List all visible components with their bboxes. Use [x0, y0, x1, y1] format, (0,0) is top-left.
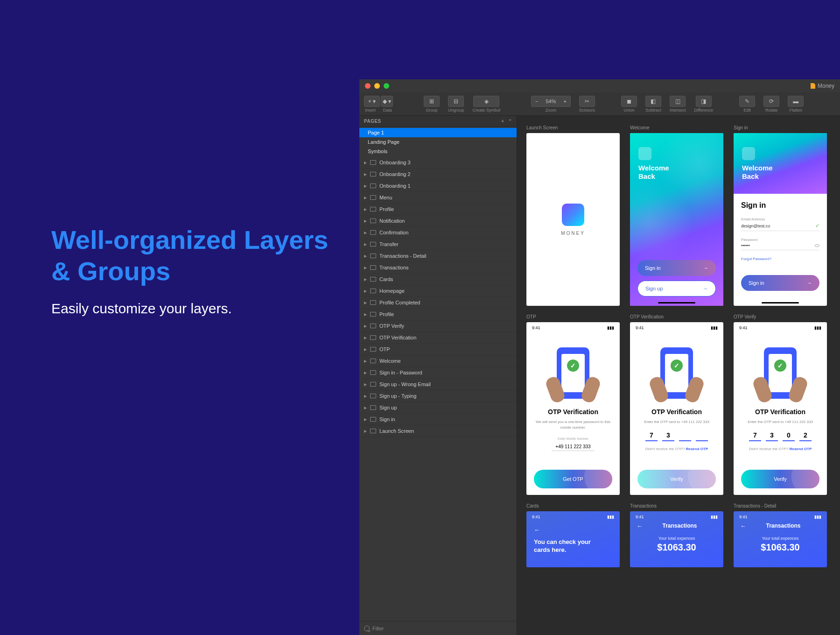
- layer-item[interactable]: ▶Sign up - Typing: [359, 390, 517, 402]
- page-item[interactable]: Page 1: [359, 128, 517, 137]
- ungroup-button[interactable]: ⊟: [448, 96, 464, 107]
- layer-item[interactable]: ▶Menu: [359, 192, 517, 204]
- layer-item[interactable]: ▶Cards: [359, 274, 517, 285]
- page-item[interactable]: Symbols: [359, 147, 517, 156]
- canvas[interactable]: Launch Screen MONEY Welcome: [517, 116, 840, 635]
- artboard-cards[interactable]: Cards 9:41▮▮▮ ← You can check yourcards …: [526, 503, 620, 567]
- artboard-icon: [370, 172, 376, 176]
- minimize-icon[interactable]: [374, 83, 380, 89]
- status-icons: ▮▮▮: [711, 325, 718, 330]
- email-field[interactable]: Email Address design@test.co✓: [741, 217, 819, 231]
- difference-button[interactable]: ◨: [696, 96, 712, 107]
- resend-link[interactable]: Resend OTP: [686, 447, 708, 451]
- artboard-icon: [370, 324, 376, 328]
- intersect-button[interactable]: ◫: [670, 96, 686, 107]
- layer-item[interactable]: ▶Sign up - Wrong Email: [359, 379, 517, 390]
- chevron-right-icon: ▶: [364, 196, 367, 200]
- signin-button[interactable]: Sign in→: [637, 260, 716, 276]
- artboard-icon: [370, 219, 376, 223]
- layer-item[interactable]: ▶Onboarding 2: [359, 169, 517, 180]
- status-icons: ▮▮▮: [711, 515, 718, 519]
- back-icon[interactable]: ←: [526, 522, 620, 534]
- chevron-right-icon: ▶: [364, 172, 367, 176]
- artboard-icon: [370, 347, 376, 352]
- status-icons: ▮▮▮: [814, 515, 821, 519]
- titlebar[interactable]: Money: [359, 79, 840, 92]
- chevron-right-icon: ▶: [364, 231, 367, 235]
- layer-item[interactable]: ▶Transactions: [359, 262, 517, 274]
- artboard-icon: [370, 382, 376, 387]
- rotate-button[interactable]: ⟳: [763, 96, 779, 107]
- artboard-icon: [370, 195, 376, 200]
- artboard-otp-verification[interactable]: OTP Verification 9:41▮▮▮ OTP Verificatio…: [630, 314, 723, 495]
- welcome-header: WelcomeBack: [638, 147, 669, 181]
- otp-title: OTP Verification: [536, 408, 610, 416]
- layer-item[interactable]: ▶OTP Verification: [359, 332, 517, 344]
- layer-item[interactable]: ▶Profile Completed: [359, 297, 517, 309]
- layer-item[interactable]: ▶Notification: [359, 215, 517, 227]
- close-icon[interactable]: [365, 83, 371, 89]
- otp-input[interactable]: 7 3 0 2: [743, 431, 818, 441]
- chevron-right-icon: ▶: [364, 289, 367, 293]
- data-button[interactable]: ◆ ▾: [381, 96, 393, 107]
- artboard-icon: [370, 242, 376, 247]
- artboard-otp-verify[interactable]: OTP Verify 9:41▮▮▮ OTP Verification Ente…: [734, 314, 827, 495]
- layer-item[interactable]: ▶OTP Verify: [359, 320, 517, 332]
- promo-sub: Easily customize your layers.: [51, 301, 350, 317]
- flatten-button[interactable]: ▬: [788, 96, 804, 107]
- chevron-right-icon: ▶: [364, 382, 367, 387]
- layer-item[interactable]: ▶Confirmation: [359, 227, 517, 239]
- layer-item[interactable]: ▶Profile: [359, 309, 517, 320]
- password-field[interactable]: Password ••••••: [741, 238, 819, 250]
- eye-icon[interactable]: [815, 244, 819, 247]
- signin-submit-button[interactable]: Sign in→: [741, 275, 819, 291]
- back-icon[interactable]: ←: [637, 522, 643, 529]
- signup-button[interactable]: Sign up→: [637, 281, 716, 296]
- collapse-icon[interactable]: ⌃: [508, 119, 512, 124]
- layer-item[interactable]: ▶Launch Screen: [359, 425, 517, 437]
- artboard-welcome[interactable]: Welcome WelcomeBack Sign in→ Sign up→: [630, 125, 723, 306]
- chevron-right-icon: ▶: [364, 277, 367, 282]
- layer-item[interactable]: ▶Profile: [359, 204, 517, 215]
- chevron-right-icon: ▶: [364, 161, 367, 165]
- artboard-transactions[interactable]: Transactions 9:41▮▮▮ ←Transactions Your …: [630, 503, 723, 567]
- otp-input[interactable]: 7 3: [639, 431, 714, 441]
- forgot-password-link[interactable]: Forgot Password?: [741, 257, 819, 261]
- union-button[interactable]: ◼: [621, 96, 637, 107]
- filter-bar[interactable]: Filter: [359, 621, 517, 635]
- layer-item[interactable]: ▶Transfer: [359, 239, 517, 250]
- artboard-signin[interactable]: Sign in WelcomeBack Sign in Email Addres…: [734, 125, 827, 306]
- maximize-icon[interactable]: [384, 83, 389, 89]
- layer-item[interactable]: ▶Sign in: [359, 414, 517, 425]
- artboard-icon: [370, 417, 376, 422]
- insert-button[interactable]: + ▾: [364, 96, 380, 107]
- phone-input[interactable]: +49 111 222 333: [552, 444, 594, 451]
- get-otp-button[interactable]: Get OTP: [534, 470, 612, 488]
- add-page-icon[interactable]: +: [501, 119, 504, 124]
- create-symbol-button[interactable]: ◈: [473, 96, 499, 107]
- layer-item[interactable]: ▶Sign in - Password: [359, 367, 517, 379]
- layer-item[interactable]: ▶OTP: [359, 344, 517, 355]
- chevron-right-icon: ▶: [364, 359, 367, 363]
- artboard-icon: [370, 289, 376, 293]
- layer-item[interactable]: ▶Welcome: [359, 355, 517, 367]
- back-icon[interactable]: ←: [740, 522, 746, 529]
- verify-button[interactable]: Verify: [741, 470, 819, 488]
- scissors-button[interactable]: ✂: [579, 96, 595, 107]
- zoom-control[interactable]: −54%+: [531, 96, 571, 107]
- page-item[interactable]: Landing Page: [359, 137, 517, 147]
- resend-link[interactable]: Resend OTP: [790, 447, 812, 451]
- layer-item[interactable]: ▶Onboarding 3: [359, 157, 517, 169]
- artboard-transactions-detail[interactable]: Transactions - Detail 9:41▮▮▮ ←Transacti…: [734, 503, 827, 567]
- artboard-otp[interactable]: OTP 9:41▮▮▮ OTP Verification We will sen…: [526, 314, 620, 495]
- layer-item[interactable]: ▶Sign up: [359, 402, 517, 414]
- subtract-button[interactable]: ◧: [645, 96, 661, 107]
- layer-item[interactable]: ▶Homepage: [359, 285, 517, 297]
- artboard-launch[interactable]: Launch Screen MONEY: [526, 125, 620, 306]
- artboard-icon: [370, 300, 376, 305]
- layer-item[interactable]: ▶Transactions - Detail: [359, 250, 517, 262]
- group-button[interactable]: ⊞: [424, 96, 440, 107]
- layer-item[interactable]: ▶Onboarding 1: [359, 180, 517, 192]
- verify-button[interactable]: Verify: [637, 470, 716, 488]
- edit-button[interactable]: ✎: [739, 96, 755, 107]
